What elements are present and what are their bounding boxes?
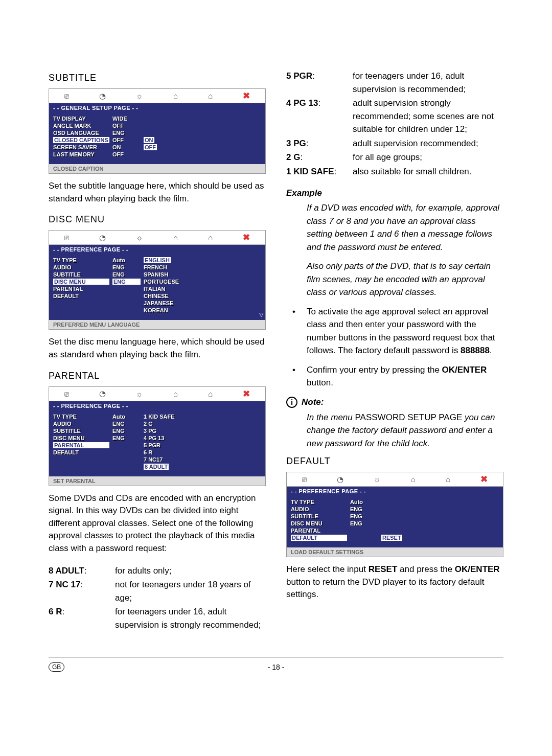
rating-desc: for teenagers under 16, adult supervisio… xyxy=(353,70,503,96)
osd-icon: ⌂ xyxy=(208,233,213,242)
osd-icon: ☼ xyxy=(136,91,143,100)
close-icon: ✖ xyxy=(243,90,250,101)
subtitle-osd-panel: ⎚ ◔ ☼ ⌂ ⌂ ✖ - - GENERAL SETUP PAGE - - T… xyxy=(49,88,266,174)
osd-row: TV TYPEAuto1 KID SAFE xyxy=(53,413,261,420)
osd-row: CLOSED CAPTIONSOFFON xyxy=(53,136,261,144)
osd-row: ANGLE MARKOFF xyxy=(53,122,261,129)
osd-menu: TV TYPEAutoAUDIOENGSUBTITLEENGDISC MENUE… xyxy=(287,496,503,547)
ratings-list-right: 5 PGR:for teenagers under 16, adult supe… xyxy=(286,70,503,178)
osd-iconbar: ⎚ ◔ ☼ ⌂ ⌂ ✖ xyxy=(287,472,503,487)
osd-menu: TV DISPLAYWIDEANGLE MARKOFFOSD LANGUAGEE… xyxy=(49,112,265,164)
osd-row: PARENTAL5 PGR xyxy=(53,442,261,449)
page-number: - 18 - xyxy=(268,663,285,671)
osd-row: PARENTALITALIAN xyxy=(53,285,261,292)
osd-icon: ⌂ xyxy=(173,233,178,242)
osd-icon: ☼ xyxy=(374,475,381,484)
note-heading: i Note: xyxy=(286,397,503,408)
subtitle-heading: SUBTITLE xyxy=(49,73,266,83)
osd-icon: ⌂ xyxy=(208,91,213,100)
osd-row: TV TYPEAutoENGLISH xyxy=(53,257,261,264)
osd-row: LAST MEMORYOFF xyxy=(53,151,261,158)
text-part: Here select the input xyxy=(286,564,369,574)
rating-desc: adult supervision strongly recommended; … xyxy=(353,97,503,136)
osd-row: 8 ADULT xyxy=(53,463,261,470)
osd-menu: TV TYPEAutoENGLISHAUDIOENGFRENCHSUBTITLE… xyxy=(49,254,265,320)
language-badge: GB xyxy=(49,662,64,672)
rating-desc: also suitable for small children. xyxy=(353,165,503,178)
bullet-text: button. xyxy=(307,378,333,387)
parental-osd-panel: ⎚ ◔ ☼ ⌂ ⌂ ✖ - - PREFERENCE PAGE - - TV T… xyxy=(49,386,266,486)
rating-desc: for teenagers under 16, adult supervisio… xyxy=(115,605,266,631)
rating-key: 5 PGR: xyxy=(286,70,353,96)
osd-iconbar: ⎚ ◔ ☼ ⌂ ⌂ ✖ xyxy=(49,387,265,401)
bullet-text: . xyxy=(490,346,492,355)
osd-row: KOREAN xyxy=(53,307,261,314)
osd-title: - - PREFERENCE PAGE - - xyxy=(49,245,265,254)
osd-icon: ⌂ xyxy=(446,475,450,484)
osd-icon: ⌂ xyxy=(173,390,178,398)
osd-iconbar: ⎚ ◔ ☼ ⌂ ⌂ ✖ xyxy=(49,231,265,245)
osd-icon: ⌂ xyxy=(208,390,213,398)
parental-description: Some DVDs and CDs are encoded with an en… xyxy=(49,492,266,555)
osd-row: DEFAULTRESET xyxy=(291,534,499,541)
discmenu-heading: DISC MENU xyxy=(49,214,266,225)
osd-row: TV DISPLAYWIDE xyxy=(53,115,261,122)
default-description: Here select the input RESET and press th… xyxy=(286,563,503,601)
osd-title: - - GENERAL SETUP PAGE - - xyxy=(49,103,265,112)
osd-row: AUDIOENGFRENCH xyxy=(53,264,261,271)
example-text-2: Also only parts of the DVD, that is to s… xyxy=(307,260,503,299)
parental-heading: PARENTAL xyxy=(49,371,266,381)
osd-icon: ◔ xyxy=(99,233,106,242)
osd-icon: ◔ xyxy=(337,475,343,484)
discmenu-osd-panel: ⎚ ◔ ☼ ⌂ ⌂ ✖ - - PREFERENCE PAGE - - TV T… xyxy=(49,230,266,330)
example-heading: Example xyxy=(286,188,503,198)
info-icon: i xyxy=(286,397,297,408)
osd-row: AUDIOENG xyxy=(291,506,499,513)
discmenu-description: Set the disc menu language here, which s… xyxy=(49,336,266,361)
osd-row: PARENTAL xyxy=(291,527,499,534)
osd-row: AUDIOENG2 G xyxy=(53,420,261,427)
osd-title: - - PREFERENCE PAGE - - xyxy=(287,487,503,496)
osd-icon: ⎚ xyxy=(302,475,307,484)
osd-icon: ◔ xyxy=(99,389,106,398)
ok-enter-label: OK/ENTER xyxy=(455,564,500,574)
rating-key: 3 PG: xyxy=(286,137,353,150)
page-footer: GB - 18 - GB xyxy=(49,657,503,672)
osd-icon: ⎚ xyxy=(64,390,69,398)
rating-desc: not for teenagers under 18 years of age; xyxy=(115,578,266,604)
rating-key: 6 R: xyxy=(49,605,115,631)
example-text-1: If a DVD was encoded with, for example, … xyxy=(307,201,503,254)
osd-status: LOAD DEFAULT SETTINGS xyxy=(287,547,503,557)
osd-icon: ⌂ xyxy=(173,91,178,100)
osd-row: JAPANESE xyxy=(53,300,261,307)
bullet-item: To activate the age approval select an a… xyxy=(286,305,503,357)
osd-icon: ☼ xyxy=(136,390,143,398)
note-text-part: In the menu xyxy=(307,413,355,422)
rating-desc: adult supervision recommended; xyxy=(353,137,503,150)
osd-title: - - PREFERENCE PAGE - - xyxy=(49,401,265,410)
password-setup-page-label: PASSWORD SETUP PAGE xyxy=(355,413,463,422)
bullet-item: Confirm your entry by pressing the OK/EN… xyxy=(286,363,503,390)
default-osd-panel: ⎚ ◔ ☼ ⌂ ⌂ ✖ - - PREFERENCE PAGE - - TV T… xyxy=(286,472,503,557)
left-column: SUBTITLE ⎚ ◔ ☼ ⌂ ⌂ ✖ - - GENERAL SETUP P… xyxy=(49,66,266,631)
rating-key: 4 PG 13: xyxy=(286,97,353,136)
note-label: Note: xyxy=(302,397,324,407)
right-column: 5 PGR:for teenagers under 16, adult supe… xyxy=(286,66,503,631)
osd-icon: ☼ xyxy=(136,233,143,242)
ratings-list-left: 8 ADULT:for adults only;7 NC 17:not for … xyxy=(49,564,266,632)
rating-key: 2 G: xyxy=(286,151,353,164)
osd-icon: ◔ xyxy=(99,91,106,101)
rating-desc: for adults only; xyxy=(115,564,266,578)
rating-key: 1 KID SAFE: xyxy=(286,165,353,178)
osd-iconbar: ⎚ ◔ ☼ ⌂ ⌂ ✖ xyxy=(49,89,265,103)
osd-status: SET PARENTAL xyxy=(49,476,265,486)
osd-row: SUBTITLEENG3 PG xyxy=(53,427,261,434)
close-icon: ✖ xyxy=(243,232,250,243)
rating-key: 8 ADULT: xyxy=(49,564,115,578)
osd-row: DEFAULTCHINESE xyxy=(53,292,261,300)
osd-row: SCREEN SAVERONOFF xyxy=(53,144,261,151)
text-part: button to return the DVD player to its f… xyxy=(286,577,484,600)
bullet-text: Confirm your entry by pressing the xyxy=(307,365,442,375)
instruction-bullets: To activate the age approval select an a… xyxy=(286,305,503,390)
osd-icon: ⌂ xyxy=(411,475,416,484)
